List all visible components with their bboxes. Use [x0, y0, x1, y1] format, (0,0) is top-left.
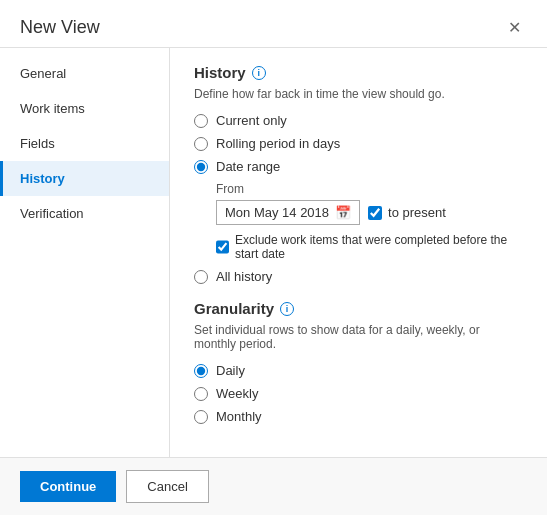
continue-button[interactable]: Continue	[20, 471, 116, 502]
to-present-label: to present	[388, 205, 446, 220]
rolling-period-label: Rolling period in days	[216, 136, 340, 151]
granularity-section: Granularity i Set individual rows to sho…	[194, 300, 523, 424]
rolling-period-radio[interactable]	[194, 137, 208, 151]
daily-label: Daily	[216, 363, 245, 378]
history-radio-group: Current only Rolling period in days Date…	[194, 113, 523, 174]
date-input[interactable]: Mon May 14 2018 📅	[216, 200, 360, 225]
date-value: Mon May 14 2018	[225, 205, 329, 220]
dialog-header: New View ✕	[0, 0, 547, 48]
sidebar: General Work items Fields History Verifi…	[0, 48, 170, 457]
monthly-radio[interactable]	[194, 410, 208, 424]
close-button[interactable]: ✕	[502, 16, 527, 39]
sidebar-item-verification[interactable]: Verification	[0, 196, 169, 231]
history-option-rolling-period[interactable]: Rolling period in days	[194, 136, 523, 151]
dialog-title: New View	[20, 17, 100, 38]
weekly-radio[interactable]	[194, 387, 208, 401]
granularity-info-icon[interactable]: i	[280, 302, 294, 316]
calendar-icon[interactable]: 📅	[335, 205, 351, 220]
history-section-title: History i	[194, 64, 523, 81]
dialog-body: General Work items Fields History Verifi…	[0, 48, 547, 457]
date-row: Mon May 14 2018 📅 to present	[216, 200, 523, 225]
from-label: From	[216, 182, 523, 196]
weekly-label: Weekly	[216, 386, 258, 401]
daily-radio[interactable]	[194, 364, 208, 378]
granularity-daily[interactable]: Daily	[194, 363, 523, 378]
date-range-content: From Mon May 14 2018 📅 to present Exclud…	[216, 182, 523, 261]
all-history-label: All history	[216, 269, 272, 284]
date-range-label: Date range	[216, 159, 280, 174]
granularity-radio-group: Daily Weekly Monthly	[194, 363, 523, 424]
monthly-label: Monthly	[216, 409, 262, 424]
cancel-button[interactable]: Cancel	[126, 470, 208, 503]
dialog: New View ✕ General Work items Fields His…	[0, 0, 547, 515]
granularity-description: Set individual rows to show data for a d…	[194, 323, 523, 351]
sidebar-item-history[interactable]: History	[0, 161, 169, 196]
history-option-all-history[interactable]: All history	[194, 269, 523, 284]
granularity-monthly[interactable]: Monthly	[194, 409, 523, 424]
sidebar-item-general[interactable]: General	[0, 56, 169, 91]
current-only-radio[interactable]	[194, 114, 208, 128]
history-description: Define how far back in time the view sho…	[194, 87, 523, 101]
all-history-radio[interactable]	[194, 270, 208, 284]
exclude-checkbox[interactable]	[216, 240, 229, 254]
all-history-radio-group: All history	[194, 269, 523, 284]
to-present-checkbox[interactable]	[368, 206, 382, 220]
history-option-date-range[interactable]: Date range	[194, 159, 523, 174]
exclude-label: Exclude work items that were completed b…	[235, 233, 523, 261]
main-content: History i Define how far back in time th…	[170, 48, 547, 457]
granularity-section-title: Granularity i	[194, 300, 523, 317]
current-only-label: Current only	[216, 113, 287, 128]
history-option-current-only[interactable]: Current only	[194, 113, 523, 128]
exclude-row: Exclude work items that were completed b…	[216, 233, 523, 261]
history-info-icon[interactable]: i	[252, 66, 266, 80]
granularity-weekly[interactable]: Weekly	[194, 386, 523, 401]
dialog-footer: Continue Cancel	[0, 457, 547, 515]
sidebar-item-fields[interactable]: Fields	[0, 126, 169, 161]
date-range-radio[interactable]	[194, 160, 208, 174]
to-present-check: to present	[368, 205, 446, 220]
sidebar-item-work-items[interactable]: Work items	[0, 91, 169, 126]
